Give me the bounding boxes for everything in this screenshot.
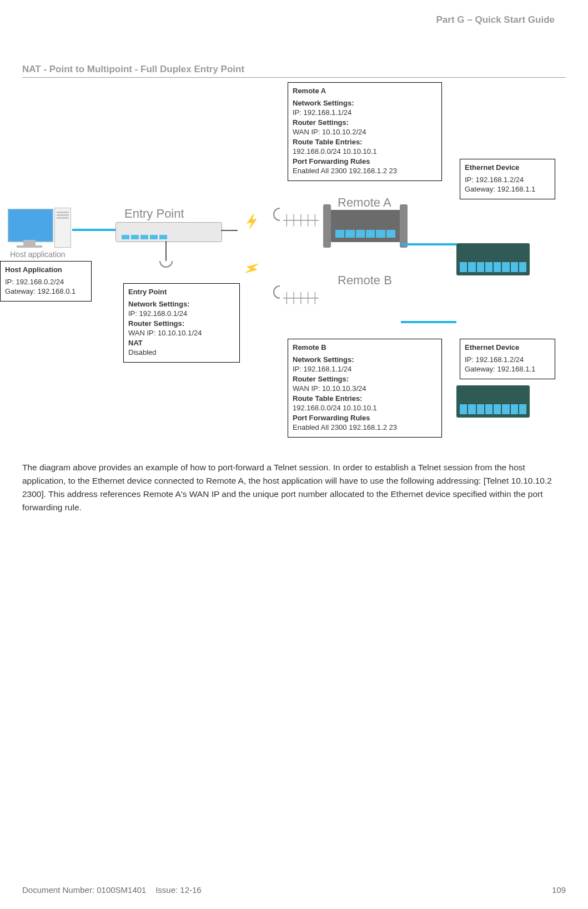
nat-label: NAT — [128, 338, 235, 348]
port-fwd-label: Port Forwarding Rules — [293, 413, 437, 423]
description-paragraph: The diagram above provides an example of… — [22, 461, 566, 514]
host-app-caption: Host application — [10, 250, 66, 259]
network-settings-label: Network Settings: — [128, 299, 235, 309]
ethernet-a-config-box: Ethernet Device IP: 192.168.1.2/24 Gatew… — [460, 159, 555, 199]
cable-remote-a-eth — [401, 243, 456, 245]
box-title: Entry Point — [128, 287, 235, 297]
box-title: Host Application — [5, 265, 87, 275]
box-title: Ethernet Device — [465, 163, 550, 173]
route-table-value: 192.168.0.0/24 10.10.10.1 — [293, 403, 437, 413]
ep-antenna-arc — [159, 261, 173, 268]
route-table-label: Route Table Entries: — [293, 394, 437, 404]
remote-a-antenna-arc — [273, 208, 280, 221]
port-fwd-label: Port Forwarding Rules — [293, 157, 437, 167]
network-settings-label: Network Settings: — [293, 355, 437, 365]
wireless-link-a-icon: ⚡ — [243, 213, 261, 230]
cable-host-ep — [72, 229, 119, 231]
entry-point-config-box: Entry Point Network Settings: IP: 192.16… — [123, 283, 240, 363]
network-ip: IP: 192.168.1.1/24 — [293, 364, 437, 374]
remote-b-antenna-ticks: ┼┼┼┼┼ — [283, 292, 319, 304]
network-settings-label: Network Settings: — [293, 98, 437, 108]
eth-gateway: Gateway: 192.168.1.1 — [465, 364, 550, 374]
router-settings-label: Router Settings: — [293, 118, 437, 128]
remote-a-config-box: Remote A Network Settings: IP: 192.168.1… — [288, 82, 442, 181]
wireless-link-b-icon: ⚡ — [242, 259, 262, 278]
router-settings-label: Router Settings: — [293, 374, 437, 384]
section-title: NAT - Point to Multipoint - Full Duplex … — [22, 64, 566, 78]
eth-ip: IP: 192.168.1.2/24 — [465, 175, 550, 185]
page-header: Part G – Quick Start Guide — [436, 14, 555, 26]
ethernet-a-device-icon — [456, 243, 530, 275]
page-footer: Document Number: 0100SM1401 Issue: 12-16… — [22, 885, 566, 895]
remote-b-config-box: Remote B Network Settings: IP: 192.168.1… — [288, 339, 442, 438]
pc-tower-icon — [54, 208, 71, 248]
wan-ip: WAN IP: 10.10.10.1/24 — [128, 328, 235, 338]
box-title: Remote B — [293, 343, 437, 353]
remote-a-device-icon — [330, 210, 401, 242]
ep-antenna-h — [221, 230, 238, 231]
router-settings-label: Router Settings: — [128, 319, 235, 329]
remote-b-label: Remote B — [338, 273, 392, 288]
monitor-icon — [8, 209, 53, 242]
wan-ip: WAN IP: 10.10.10.2/24 — [293, 127, 437, 137]
cable-remote-b-eth — [401, 321, 456, 323]
ethernet-b-config-box: Ethernet Device IP: 192.168.1.2/24 Gatew… — [460, 339, 555, 379]
ethernet-b-device-icon — [456, 385, 530, 418]
network-ip: IP: 192.168.0.1/24 — [128, 309, 235, 319]
route-table-label: Route Table Entries: — [293, 137, 437, 147]
page-number: 109 — [552, 885, 566, 895]
ep-antenna-v — [165, 241, 167, 261]
host-config-box: Host Application IP: 192.168.0.2/24 Gate… — [0, 261, 92, 302]
entry-point-label: Entry Point — [124, 207, 184, 221]
port-fwd-value: Enabled All 2300 192.168.1.2 23 — [293, 423, 437, 433]
eth-ip: IP: 192.168.1.2/24 — [465, 355, 550, 365]
remote-a-label: Remote A — [338, 195, 391, 210]
issue: Issue: 12-16 — [155, 885, 202, 895]
box-title: Remote A — [293, 86, 437, 96]
host-ip: IP: 192.168.0.2/24 — [5, 277, 87, 287]
entry-point-device-icon — [115, 222, 222, 242]
remote-a-antenna-ticks: ┼┼┼┼┼ — [283, 214, 319, 226]
doc-number: Document Number: 0100SM1401 — [22, 885, 146, 895]
network-ip: IP: 192.168.1.1/24 — [293, 108, 437, 118]
nat-value: Disabled — [128, 348, 235, 358]
route-table-value: 192.168.0.0/24 10.10.10.1 — [293, 147, 437, 157]
remote-b-antenna-arc — [273, 285, 280, 299]
eth-gateway: Gateway: 192.168.1.1 — [465, 184, 550, 194]
monitor-stand — [23, 240, 36, 245]
wan-ip: WAN IP: 10.10.10.3/24 — [293, 384, 437, 394]
monitor-base — [17, 245, 42, 248]
box-title: Ethernet Device — [465, 343, 550, 353]
host-gateway: Gateway: 192.168.0.1 — [5, 287, 87, 297]
port-fwd-value: Enabled All 2300 192.168.1.2 23 — [293, 166, 437, 176]
